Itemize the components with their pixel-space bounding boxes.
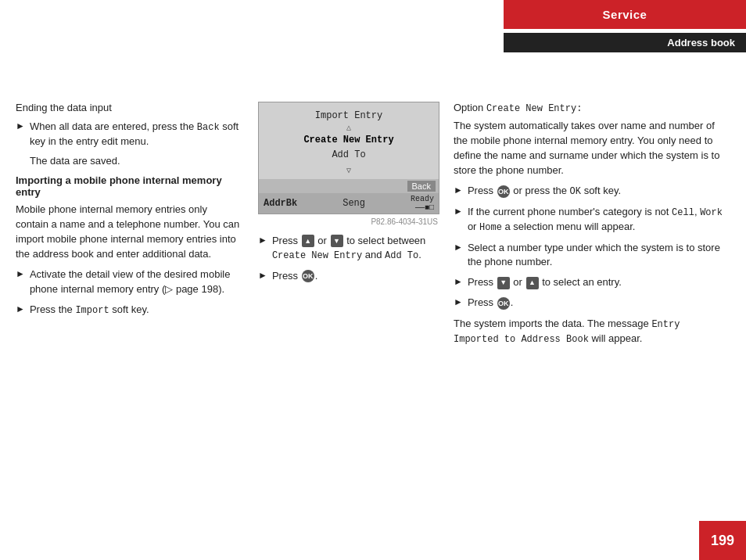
address-book-label: Address book <box>667 37 735 48</box>
indented-note: The data are saved. <box>30 155 242 167</box>
back-code: Back <box>197 122 220 133</box>
back-button: Back <box>407 181 436 192</box>
page-number-box: 199 <box>699 521 746 560</box>
bullet-text: When all data are entered, press the Bac… <box>30 120 242 149</box>
option-header: Option Create New Entry: <box>454 102 730 114</box>
right-bullet-1: ► Press OK or press the OK soft key. <box>454 184 730 199</box>
bullet-text: Press the Import soft key. <box>30 303 149 318</box>
bullet-text: If the current phone number's category i… <box>468 205 730 235</box>
phone-screen-inner: Import Entry △ Create New Entry Add To ▽ <box>259 102 439 179</box>
status-center: Seng <box>343 198 365 209</box>
status-left: AddrBk <box>264 198 297 209</box>
option-code: Create New Entry: <box>486 103 582 114</box>
service-label: Service <box>603 8 647 21</box>
service-banner: Service <box>504 0 746 29</box>
work-code: Work <box>700 207 723 218</box>
menu-import-entry: Import Entry <box>267 109 431 124</box>
importing-heading: Importing a mobile phone internal memory… <box>16 174 242 198</box>
import-bullet-1: ► Activate the detail view of the desire… <box>16 267 242 296</box>
bullet-arrow: ► <box>16 268 25 279</box>
add-to-code: Add To <box>385 250 418 261</box>
right-bullet-5: ► Press OK. <box>454 296 730 310</box>
right-bullet-2: ► If the current phone number's category… <box>454 205 730 235</box>
bullet-arrow: ► <box>454 296 463 307</box>
importing-body: Mobile phone internal memory entries onl… <box>16 203 242 261</box>
bullet-text: Press OK. <box>468 296 513 310</box>
up-select-icon: ▲ <box>526 277 539 289</box>
menu-create-new-entry: Create New Entry <box>267 133 431 148</box>
home-code: Home <box>479 222 502 233</box>
phone-caption: P82.86-4034-31US <box>258 217 438 226</box>
phone-screen: Import Entry △ Create New Entry Add To ▽… <box>258 102 439 214</box>
option-body: The system automatically takes over name… <box>454 119 730 178</box>
ok-circle-icon: OK <box>497 185 510 198</box>
bullet-arrow: ► <box>16 303 25 314</box>
ok-press-icon: OK <box>497 297 510 310</box>
bullet-arrow: ► <box>258 270 267 281</box>
up-nav-icon: ▲ <box>302 235 314 247</box>
bullet-text: Press OK. <box>272 269 317 283</box>
mid-bullet-2: ► Press OK. <box>258 269 438 283</box>
phone-back-row: Back <box>259 179 439 193</box>
ok-soft-code: OK <box>570 186 581 197</box>
bullet-arrow: ► <box>16 120 25 131</box>
right-column: Option Create New Entry: The system auto… <box>446 102 730 521</box>
bullet-arrow: ► <box>454 185 463 196</box>
bullet-arrow: ► <box>454 206 463 217</box>
ok-icon: OK <box>302 270 314 282</box>
bullet-text: Activate the detail view of the desired … <box>30 267 242 296</box>
bullet-item: ► When all data are entered, press the B… <box>16 120 242 149</box>
bullet-text: Press OK or press the OK soft key. <box>468 184 621 199</box>
right-bullet-4: ► Press ▼ or ▲ to select an entry. <box>454 275 730 289</box>
closing-text: The system imports the data. The message… <box>454 317 730 347</box>
down-select-icon: ▼ <box>497 277 510 289</box>
bullet-arrow: ► <box>258 235 267 246</box>
bullet-text: Select a number type under which the sys… <box>468 241 730 269</box>
phone-status-row: AddrBk Seng Ready——■□ <box>259 193 439 214</box>
ending-label: Ending the data input <box>16 102 242 113</box>
import-code: Import <box>75 305 109 316</box>
mid-bullets: ► Press ▲ or ▼ to select between Create … <box>258 234 438 283</box>
option-word: Option <box>454 102 486 113</box>
triangle-up: △ <box>267 124 431 133</box>
bullet-text: Press ▲ or ▼ to select between Create Ne… <box>272 234 438 263</box>
import-bullet-2: ► Press the Import soft key. <box>16 303 242 318</box>
menu-add-to: Add To <box>267 148 431 163</box>
mid-bullet-1: ► Press ▲ or ▼ to select between Create … <box>258 234 438 263</box>
middle-column: Import Entry △ Create New Entry Add To ▽… <box>258 102 446 521</box>
down-nav-icon: ▼ <box>331 235 343 247</box>
create-code: Create New Entry <box>272 250 362 261</box>
status-right: Ready——■□ <box>411 195 434 212</box>
content-area: Ending the data input ► When all data ar… <box>0 102 746 521</box>
closing-code: Entry Imported to Address Book <box>454 319 680 345</box>
bullet-arrow: ► <box>454 242 463 253</box>
triangle-down: ▽ <box>267 167 431 176</box>
bullet-arrow: ► <box>454 276 463 287</box>
left-column: Ending the data input ► When all data ar… <box>16 102 258 521</box>
address-book-bar: Address book <box>504 33 746 52</box>
bullet-text: Press ▼ or ▲ to select an entry. <box>468 275 622 289</box>
page-number: 199 <box>711 533 734 549</box>
cell-code: Cell <box>672 207 694 218</box>
right-bullet-3: ► Select a number type under which the s… <box>454 241 730 269</box>
